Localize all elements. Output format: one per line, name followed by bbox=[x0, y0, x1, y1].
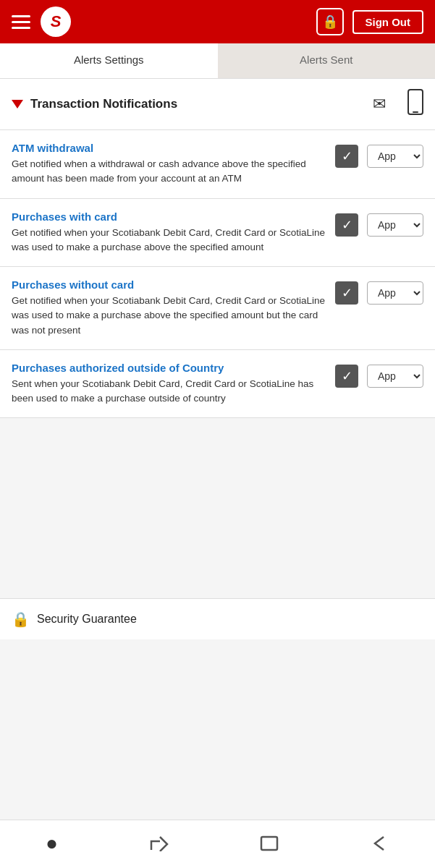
sign-out-button[interactable]: Sign Out bbox=[352, 10, 424, 34]
collapse-icon[interactable] bbox=[12, 100, 23, 109]
security-lock-icon: 🔒 bbox=[12, 610, 30, 628]
svg-rect-1 bbox=[413, 111, 418, 113]
alert-dropdown-2[interactable]: AppEmailSMS bbox=[367, 281, 423, 305]
alert-dropdown-1[interactable]: AppEmailSMS bbox=[367, 213, 423, 237]
alert-item: Purchases without cardGet notified when … bbox=[0, 267, 435, 350]
alert-desc-1: Get notified when your Scotiabank Debit … bbox=[12, 226, 328, 255]
nav-home-button[interactable]: ● bbox=[38, 829, 65, 858]
scotiabank-logo: S bbox=[41, 7, 71, 37]
svg-rect-2 bbox=[261, 837, 277, 850]
bottom-navigation: ● bbox=[0, 820, 435, 868]
alert-item: ATM withdrawalGet notified when a withdr… bbox=[0, 130, 435, 199]
menu-button[interactable] bbox=[12, 15, 30, 29]
alert-desc-0: Get notified when a withdrawal or cash a… bbox=[12, 157, 328, 187]
alert-text: Purchases authorized outside of CountryS… bbox=[12, 362, 328, 407]
alert-dropdown-0[interactable]: AppEmailSMS bbox=[367, 145, 423, 168]
header-right: 🔒 Sign Out bbox=[316, 8, 424, 35]
security-guarantee-label: Security Guarantee bbox=[37, 613, 137, 626]
tab-alerts-sent[interactable]: Alerts Sent bbox=[218, 43, 436, 78]
alert-title-0: ATM withdrawal bbox=[12, 142, 328, 154]
alert-item: Purchases authorized outside of CountryS… bbox=[0, 350, 435, 419]
alert-checkbox-3[interactable]: ✓ bbox=[335, 365, 358, 388]
app-header: S 🔒 Sign Out bbox=[0, 0, 435, 43]
section-title: Transaction Notifications bbox=[30, 97, 177, 111]
nav-back-button[interactable] bbox=[143, 833, 176, 854]
email-icon: ✉ bbox=[373, 95, 386, 114]
security-guarantee-section: 🔒 Security Guarantee bbox=[0, 598, 435, 639]
alert-checkbox-2[interactable]: ✓ bbox=[335, 281, 358, 305]
alert-controls-1: ✓AppEmailSMS bbox=[335, 210, 423, 237]
alert-text: Purchases with cardGet notified when you… bbox=[12, 210, 328, 255]
tabs-bar: Alerts Settings Alerts Sent bbox=[0, 43, 435, 79]
lock-icon: 🔒 bbox=[316, 8, 344, 35]
header-left: S bbox=[12, 7, 71, 37]
nav-forward-button[interactable] bbox=[363, 833, 397, 854]
alert-text: Purchases without cardGet notified when … bbox=[12, 278, 328, 338]
svg-rect-0 bbox=[408, 90, 423, 114]
alert-checkbox-0[interactable]: ✓ bbox=[335, 145, 358, 168]
section-icons: ✉ bbox=[373, 89, 423, 119]
section-header-left: Transaction Notifications bbox=[12, 97, 177, 111]
alert-text: ATM withdrawalGet notified when a withdr… bbox=[12, 142, 328, 187]
alert-desc-2: Get notified when your Scotiabank Debit … bbox=[12, 294, 328, 338]
tab-alerts-settings[interactable]: Alerts Settings bbox=[0, 43, 218, 78]
alert-item: Purchases with cardGet notified when you… bbox=[0, 199, 435, 268]
alert-title-1: Purchases with card bbox=[12, 210, 328, 223]
nav-recents-button[interactable] bbox=[253, 833, 286, 854]
section-header: Transaction Notifications ✉ bbox=[0, 79, 435, 130]
alert-controls-3: ✓AppEmailSMS bbox=[335, 362, 423, 388]
alert-controls-0: ✓AppEmailSMS bbox=[335, 142, 423, 168]
alert-desc-3: Sent when your Scotiabank Debit Card, Cr… bbox=[12, 377, 328, 407]
alert-title-2: Purchases without card bbox=[12, 278, 328, 291]
alerts-list: ATM withdrawalGet notified when a withdr… bbox=[0, 130, 435, 418]
alert-title-3: Purchases authorized outside of Country bbox=[12, 362, 328, 374]
alert-dropdown-3[interactable]: AppEmailSMS bbox=[367, 365, 423, 388]
alert-controls-2: ✓AppEmailSMS bbox=[335, 278, 423, 305]
phone-icon bbox=[407, 89, 423, 119]
alert-checkbox-1[interactable]: ✓ bbox=[335, 213, 358, 237]
